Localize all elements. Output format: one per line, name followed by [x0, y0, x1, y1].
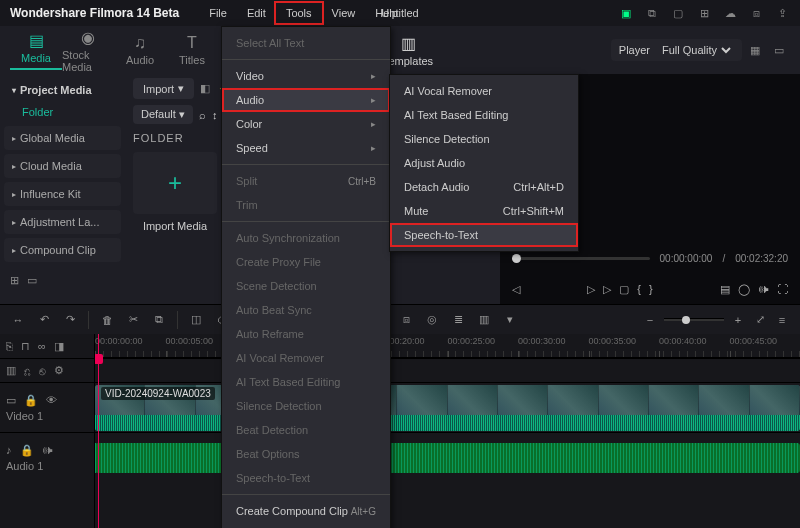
speaker-icon[interactable]: 🕪 — [42, 444, 53, 457]
play-range-icon[interactable]: ▷ — [603, 283, 611, 296]
timeline-body[interactable]: 00:00:00:00 00:00:05:00 00:00:10:00 00:0… — [95, 334, 800, 528]
trash-icon[interactable]: 🗑 — [99, 314, 115, 326]
menu-view[interactable]: View — [322, 3, 366, 23]
templates-icon: ▥ — [401, 34, 416, 53]
dd-color[interactable]: Color — [222, 112, 390, 136]
marker-icon[interactable]: ▾ — [502, 313, 518, 326]
sm-tbe[interactable]: AI Text Based Editing — [390, 103, 578, 127]
sm-vocal[interactable]: AI Vocal Remover — [390, 79, 578, 103]
sm-stt[interactable]: Speech-to-Text — [390, 223, 578, 247]
cut-icon[interactable]: ✂ — [125, 313, 141, 326]
tool-arrow-icon[interactable]: ↔ — [10, 314, 26, 326]
dd-video[interactable]: Video — [222, 64, 390, 88]
video-clip[interactable]: VID-20240924-WA0023 — [95, 385, 800, 431]
screen-icon[interactable]: ⧉ — [644, 7, 660, 20]
preview-progress[interactable]: 00:00:00:00 / 00:02:32:20 — [512, 253, 788, 264]
lock-icon[interactable]: ⎌ — [24, 365, 31, 377]
picture-icon[interactable]: ▭ — [774, 44, 790, 57]
camera-icon[interactable]: ◯ — [738, 283, 750, 296]
lock2-icon[interactable]: ⎋ — [39, 365, 46, 377]
stack-icon[interactable]: ▥ — [476, 313, 492, 326]
playhead[interactable] — [98, 334, 99, 528]
gear-icon[interactable]: ⚙ — [54, 364, 64, 377]
play-icon[interactable]: ▷ — [587, 283, 595, 296]
cloud-icon[interactable]: ☁ — [722, 7, 738, 20]
stop-icon[interactable]: ◁ — [512, 283, 520, 296]
library-icon[interactable]: ⊞ — [696, 7, 712, 20]
headset-icon[interactable]: ⧇ — [748, 7, 764, 20]
preview-seekbar[interactable] — [512, 257, 650, 260]
tab-stock[interactable]: ◉Stock Media — [62, 28, 114, 73]
menu-file[interactable]: File — [199, 3, 237, 23]
dd-compound[interactable]: Create Compound ClipAlt+G — [222, 499, 390, 523]
new-folder-icon[interactable]: ⊞ — [10, 274, 19, 287]
zoom-slider[interactable] — [664, 318, 724, 321]
export-icon[interactable]: ⇪ — [774, 7, 790, 20]
mark-right-icon[interactable]: } — [649, 283, 653, 296]
link2-icon[interactable]: ∞ — [38, 340, 46, 352]
sort-select[interactable]: Default ▾ — [133, 105, 193, 124]
import-media-box[interactable]: + — [133, 152, 217, 214]
sidebar-folder[interactable]: Folder — [4, 102, 121, 122]
audio-track-header[interactable]: ♪🔒🕪 Audio 1 — [0, 432, 94, 482]
layers-icon[interactable]: ≣ — [450, 313, 466, 326]
target-icon[interactable]: ◎ — [424, 313, 440, 326]
import-button[interactable]: Import▾ — [133, 78, 194, 99]
record-screen-icon[interactable]: ◧ — [200, 82, 210, 95]
timeline-ruler[interactable]: 00:00:00:00 00:00:05:00 00:00:10:00 00:0… — [95, 334, 800, 358]
link-icon[interactable]: ⎘ — [6, 340, 13, 352]
volume-icon[interactable]: 🕪 — [758, 283, 769, 296]
undo-icon[interactable]: ↶ — [36, 313, 52, 326]
record-icon[interactable]: ▢ — [670, 7, 686, 20]
fullscreen-icon[interactable]: ⛶ — [777, 283, 788, 296]
dd-audio[interactable]: Audio — [222, 88, 390, 112]
lock-icon[interactable]: 🔒 — [24, 394, 38, 407]
mark-left-icon[interactable]: { — [637, 283, 641, 296]
sidebar-compound-clip[interactable]: Compound Clip — [4, 238, 121, 262]
list-icon[interactable]: ≡ — [774, 314, 790, 326]
dd-reframe: Auto Reframe — [222, 322, 390, 346]
zoom-out-icon[interactable]: − — [642, 314, 658, 326]
pin-icon[interactable]: ◨ — [54, 340, 64, 353]
tab-media[interactable]: ▤Media — [10, 31, 62, 70]
sm-adjust[interactable]: Adjust Audio — [390, 151, 578, 175]
dd-select-all-text: Select All Text — [222, 31, 390, 55]
grid-view-icon[interactable]: ▦ — [750, 44, 766, 57]
gift-icon[interactable]: ▣ — [618, 7, 634, 20]
snapshot-icon[interactable]: ▤ — [720, 283, 730, 296]
zoom-in-icon[interactable]: + — [730, 314, 746, 326]
dd-speed[interactable]: Speed — [222, 136, 390, 160]
redo-icon[interactable]: ↷ — [62, 313, 78, 326]
audio-clip[interactable] — [95, 443, 800, 473]
tab-titles[interactable]: TTitles — [166, 34, 218, 66]
magnet-icon[interactable]: ⊓ — [21, 340, 30, 353]
audio-track[interactable] — [95, 432, 800, 482]
headphone-icon[interactable]: ⧇ — [398, 313, 414, 326]
menu-tools[interactable]: Tools — [276, 3, 322, 23]
sm-detach[interactable]: Detach AudioCtrl+Alt+D — [390, 175, 578, 199]
sidebar-cloud-media[interactable]: Cloud Media — [4, 154, 121, 178]
sidebar-influence-kit[interactable]: Influence Kit — [4, 182, 121, 206]
video-track[interactable]: VID-20240924-WA0023 — [95, 382, 800, 432]
stock-icon: ◉ — [81, 28, 95, 47]
sidebar-global-media[interactable]: Global Media — [4, 126, 121, 150]
clip-icon[interactable]: ▥ — [6, 364, 16, 377]
video-track-header[interactable]: ▭🔒👁 Video 1 — [0, 382, 94, 432]
plus-icon: + — [168, 169, 182, 197]
crop-icon[interactable]: ◫ — [188, 313, 204, 326]
lock-icon[interactable]: 🔒 — [20, 444, 34, 457]
zoom-fit-icon[interactable]: ⤢ — [752, 313, 768, 326]
sm-silence[interactable]: Silence Detection — [390, 127, 578, 151]
menu-edit[interactable]: Edit — [237, 3, 276, 23]
sort-icon[interactable]: ↕ — [212, 109, 218, 121]
player-quality-select[interactable]: Full Quality — [658, 43, 734, 57]
copy-icon[interactable]: ⧉ — [151, 313, 167, 326]
sm-mute[interactable]: MuteCtrl+Shift+M — [390, 199, 578, 223]
search-icon[interactable]: ⌕ — [199, 109, 206, 121]
new-bin-icon[interactable]: ▭ — [27, 274, 37, 287]
tab-audio[interactable]: ♫Audio — [114, 34, 166, 66]
sidebar-adjustment-layer[interactable]: Adjustment La... — [4, 210, 121, 234]
sidebar-project-media[interactable]: Project Media — [4, 78, 121, 102]
record-icon[interactable]: ▢ — [619, 283, 629, 296]
eye-icon[interactable]: 👁 — [46, 394, 57, 407]
